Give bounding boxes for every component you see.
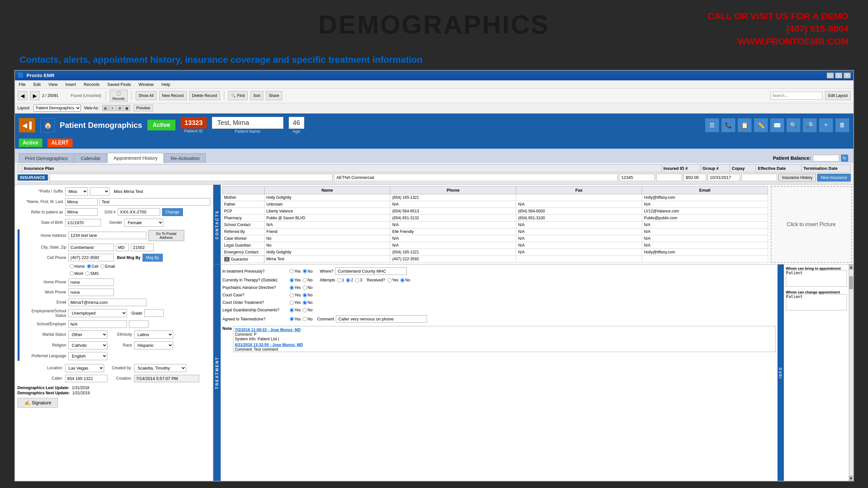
- comment-input[interactable]: [336, 315, 427, 323]
- view-form-btn[interactable]: ▤: [102, 105, 109, 111]
- created-by-select[interactable]: Scaletta, Timothy: [134, 364, 186, 372]
- menu-file[interactable]: File: [18, 82, 27, 88]
- court-case-yes[interactable]: Yes: [290, 293, 301, 297]
- view-table-btn[interactable]: ⊞: [117, 105, 123, 111]
- alert-btn[interactable]: ALERT: [48, 139, 72, 147]
- picture-area[interactable]: Click to insert Picture: [771, 186, 852, 263]
- contact-email-0[interactable]: [642, 194, 768, 201]
- in-treatment-yes[interactable]: Yes: [290, 269, 301, 273]
- court-order-no[interactable]: No: [303, 300, 312, 305]
- cell-radio[interactable]: [87, 264, 91, 268]
- delete-record-btn[interactable]: Delete Record: [189, 91, 220, 100]
- icon-btn-phone[interactable]: 📞: [721, 118, 736, 132]
- attempt-1[interactable]: 1: [337, 278, 344, 282]
- nav-next-btn[interactable]: ▶: [30, 91, 40, 100]
- refer-input[interactable]: [65, 208, 98, 216]
- preview-btn[interactable]: Preview: [133, 105, 153, 111]
- email-radio-label[interactable]: Email: [100, 264, 115, 269]
- icon-btn-edit[interactable]: ✏️: [754, 118, 768, 132]
- school-employer-input[interactable]: [68, 321, 127, 328]
- received-yes[interactable]: Yes: [387, 278, 399, 282]
- view-list-btn[interactable]: ≡: [110, 105, 116, 111]
- currently-therapy-yes[interactable]: Yes: [290, 278, 301, 282]
- employment-select[interactable]: Unemployed: [68, 309, 127, 317]
- insurance-group-input[interactable]: [656, 174, 682, 181]
- tab-calendar[interactable]: Calendar: [74, 153, 107, 163]
- menu-window[interactable]: Window: [137, 82, 155, 88]
- agreed-tele-yes[interactable]: Yes: [290, 317, 301, 321]
- psych-advance-no[interactable]: No: [303, 285, 312, 290]
- address-input[interactable]: [68, 232, 147, 239]
- close-btn[interactable]: ✕: [844, 72, 851, 78]
- signature-btn[interactable]: ✍ Signature: [18, 398, 58, 408]
- minimize-btn[interactable]: —: [827, 72, 834, 78]
- ssn-input[interactable]: [118, 208, 160, 216]
- attempt-2[interactable]: 2: [346, 278, 353, 282]
- first-name-input[interactable]: [65, 198, 98, 206]
- ethnicity-select[interactable]: Latino: [134, 330, 173, 339]
- legal-guardian-doc-yes[interactable]: Yes: [290, 308, 301, 312]
- caller-input[interactable]: [65, 375, 107, 382]
- show-all-btn[interactable]: Show All: [136, 91, 157, 100]
- menu-help[interactable]: Help: [160, 82, 172, 88]
- view-preview-btn[interactable]: ▦: [124, 105, 130, 111]
- prefix-select[interactable]: Miss: [65, 187, 88, 196]
- email-input[interactable]: [68, 299, 147, 306]
- work-radio[interactable]: [70, 271, 74, 275]
- new-record-btn[interactable]: New Record: [159, 91, 186, 100]
- insurance-copay-input[interactable]: [683, 174, 706, 181]
- suffix-select[interactable]: [90, 187, 110, 196]
- contact-fax-0[interactable]: [516, 194, 642, 201]
- home-radio[interactable]: [70, 264, 74, 268]
- home-radio-label[interactable]: Home: [70, 264, 85, 269]
- attempt-3[interactable]: 3: [355, 278, 362, 282]
- nav-back-btn[interactable]: ◀▐: [19, 118, 35, 132]
- tab-appointment-history[interactable]: Appointment History: [107, 153, 164, 163]
- received-no[interactable]: No: [400, 278, 410, 282]
- change-ssn-btn[interactable]: Change: [162, 208, 183, 216]
- insurance-history-btn[interactable]: Insurance History: [778, 174, 816, 182]
- last-name-input[interactable]: [100, 198, 210, 206]
- go-postal-btn[interactable]: Go To PostalAddress: [148, 230, 184, 241]
- race-select[interactable]: Hispanic: [134, 341, 173, 349]
- icon-btn-delete[interactable]: 🗑: [835, 118, 849, 132]
- edit-layout-btn[interactable]: Edit Layout: [825, 91, 850, 100]
- in-treatment-no[interactable]: No: [303, 269, 312, 273]
- contact-name-0[interactable]: [264, 194, 390, 201]
- menu-records[interactable]: Records: [82, 82, 100, 88]
- nav-prev-btn[interactable]: ◀: [18, 91, 27, 100]
- dob-input[interactable]: [65, 219, 101, 226]
- grade-input[interactable]: [144, 310, 164, 317]
- icon-btn-envelope[interactable]: ✉️: [770, 118, 784, 132]
- work-radio-label[interactable]: Work: [70, 271, 84, 276]
- contact-phone-0[interactable]: [390, 194, 516, 201]
- new-insurance-btn[interactable]: New Insurance: [817, 174, 850, 182]
- state-input[interactable]: [116, 244, 129, 251]
- whom-bring-input[interactable]: Patient: [786, 270, 847, 287]
- note1-link[interactable]: 7/2/2018 11:09:33 - Jose Munoz, MD: [235, 328, 301, 332]
- find-btn[interactable]: 🔍 Find: [228, 91, 248, 100]
- sort-btn[interactable]: Sort: [250, 91, 263, 100]
- note2-link[interactable]: 6/21/2018 13:32:55 - Jose Munoz, MD: [235, 343, 303, 347]
- currently-therapy-no[interactable]: No: [303, 278, 312, 282]
- legal-guardian-doc-no[interactable]: No: [303, 308, 312, 312]
- psych-advance-yes[interactable]: Yes: [290, 285, 301, 290]
- insurance-eff-date-input[interactable]: [708, 174, 740, 181]
- school-employer-extra[interactable]: [129, 321, 148, 328]
- menu-view[interactable]: View: [47, 82, 59, 88]
- search-input[interactable]: [770, 92, 823, 100]
- city-input[interactable]: [68, 244, 114, 251]
- menu-insert[interactable]: Insert: [64, 82, 78, 88]
- religion-select[interactable]: Catholic: [68, 341, 107, 349]
- whom-change-input[interactable]: Patient: [786, 294, 847, 311]
- gender-select[interactable]: Female: [124, 219, 163, 227]
- location-select[interactable]: Las Vegas: [65, 364, 104, 372]
- patient-balance-input[interactable]: [813, 155, 839, 161]
- insurance-plan-input[interactable]: [49, 174, 333, 181]
- court-case-no[interactable]: No: [303, 293, 312, 297]
- tab-re-activation[interactable]: Re-Activation: [164, 153, 206, 163]
- menu-saved-finds[interactable]: Saved Finds: [106, 82, 132, 88]
- icon-btn-add[interactable]: +: [819, 118, 833, 132]
- home-phone-input[interactable]: [68, 279, 114, 286]
- home-btn[interactable]: 🏠: [40, 118, 55, 132]
